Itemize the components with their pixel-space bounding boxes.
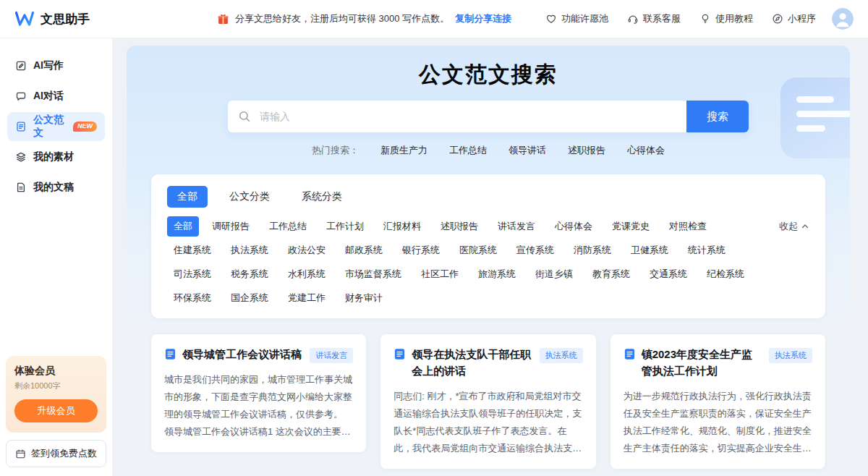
filter-tag[interactable]: 卫健系统	[624, 240, 675, 260]
result-card[interactable]: 镇2023年度安全生产监管执法工作计划 执法系统 为进一步规范行政执法行为，强化…	[610, 334, 825, 469]
drafts-icon	[15, 182, 27, 193]
filter-tag[interactable]: 银行系统	[396, 240, 446, 260]
filter-tag[interactable]: 社区工作	[414, 264, 465, 284]
upgrade-member-button[interactable]: 升级会员	[14, 399, 98, 422]
document-icon	[624, 348, 636, 360]
heart-icon	[545, 13, 557, 25]
membership-remaining: 剩余10000字	[14, 381, 98, 391]
sidebar-item[interactable]: AI对话	[7, 82, 105, 111]
result-excerpt: 为进一步规范行政执法行为，强化行政执法责任及安全生产监察职责的落实，保证安全生产…	[624, 388, 812, 457]
search-button[interactable]: 搜索	[686, 101, 749, 132]
filter-tag[interactable]: 旅游系统	[472, 264, 522, 284]
filter-tag[interactable]: 住建系统	[167, 240, 218, 260]
membership-level: 体验会员	[14, 365, 98, 378]
header-nav-label: 功能许愿池	[561, 12, 608, 25]
filter-tag[interactable]: 心得体会	[548, 216, 599, 237]
header-nav-item[interactable]: 小程序	[772, 12, 816, 25]
filter-tag[interactable]: 市场监督系统	[339, 264, 408, 284]
result-card-head: 领导在执法支队干部任职会上的讲话 执法系统	[393, 346, 582, 380]
material-icon	[15, 151, 27, 163]
header-nav-item[interactable]: 功能许愿池	[545, 12, 608, 25]
filter-tag[interactable]: 邮政系统	[339, 240, 389, 260]
sidebar-item[interactable]: AI写作	[7, 51, 105, 80]
filter-tag[interactable]: 统计系统	[681, 240, 732, 260]
filter-tag[interactable]: 全部	[167, 216, 199, 237]
result-card[interactable]: 领导城管工作会议讲话稿 讲话发言 城市是我们共同的家园，城市管理工作事关城市的形…	[151, 334, 366, 452]
collapse-control[interactable]: 收起	[779, 220, 809, 233]
sidebar: AI写作 AI对话 公文范文 NEW 我的素材	[0, 38, 112, 476]
sidebar-menu: AI写作 AI对话 公文范文 NEW 我的素材	[0, 50, 112, 203]
sidebar-item[interactable]: 公文范文 NEW	[7, 112, 105, 141]
header-nav-item[interactable]: 使用教程	[699, 12, 753, 25]
result-title[interactable]: 领导在执法支队干部任职会上的讲话	[412, 346, 533, 380]
hot-search-item[interactable]: 领导讲话	[509, 144, 546, 157]
filter-tag[interactable]: 宣传系统	[510, 240, 561, 260]
sidebar-item-label: 公文范文	[33, 114, 65, 140]
search-hero: 公文范文搜索 搜索 热门搜索： 新质生产力	[127, 46, 850, 157]
app-logo[interactable]: 文思助手	[14, 10, 116, 27]
checkin-label: 签到领免费点数	[31, 447, 97, 460]
filter-tag[interactable]: 工作总结	[263, 216, 313, 237]
chat-icon	[15, 90, 27, 102]
copy-share-link[interactable]: 复制分享连接	[455, 12, 511, 25]
hot-search-item[interactable]: 述职报告	[568, 144, 605, 157]
result-card-head: 镇2023年度安全生产监管执法工作计划 执法系统	[624, 346, 812, 380]
header-nav-item[interactable]: 联系客服	[627, 12, 681, 25]
filter-tag[interactable]: 街道乡镇	[529, 264, 579, 284]
filter-tag[interactable]: 水利系统	[281, 264, 332, 284]
sidebar-item-label: AI对话	[33, 90, 64, 103]
share-promo: 分享文思给好友，注册后均可获得 3000 写作点数。 复制分享连接	[217, 12, 511, 25]
logo-w-icon	[14, 10, 35, 27]
result-category-badge: 执法系统	[540, 348, 583, 363]
filter-tab[interactable]: 系统分类	[292, 186, 352, 208]
filter-tag[interactable]: 政法公安	[281, 240, 332, 260]
checkin-button[interactable]: 签到领免费点数	[6, 440, 106, 467]
new-badge: NEW	[73, 122, 97, 132]
filter-tag[interactable]: 财务审计	[339, 288, 389, 308]
filter-tag[interactable]: 执法系统	[224, 240, 275, 260]
filter-tag[interactable]: 交通系统	[643, 264, 694, 284]
filter-tag[interactable]: 医院系统	[453, 240, 503, 260]
hot-search-row: 热门搜索： 新质生产力 工作总结 领导讲话 述职报告 心得体会	[127, 144, 850, 157]
filter-tag[interactable]: 汇报材料	[377, 216, 427, 237]
header-nav: 功能许愿池 联系客服 使用教程 小程序	[545, 12, 816, 25]
write-icon	[15, 60, 27, 72]
hot-search-list: 新质生产力 工作总结 领导讲话 述职报告 心得体会	[380, 144, 665, 157]
results-grid: 领导城管工作会议讲话稿 讲话发言 城市是我们共同的家园，城市管理工作事关城市的形…	[151, 334, 825, 476]
result-card[interactable]: 领导在执法支队干部任职会上的讲话 执法系统 同志们: 刚才，*宣布了市政府和局党…	[380, 334, 595, 469]
miniprogram-icon	[772, 13, 783, 25]
filter-tag[interactable]: 税务系统	[224, 264, 275, 284]
header-nav-label: 小程序	[788, 12, 816, 25]
sidebar-item[interactable]: 我的素材	[7, 143, 105, 171]
filter-tag[interactable]: 环保系统	[167, 288, 218, 308]
hot-search-item[interactable]: 工作总结	[449, 144, 487, 157]
chevron-up-icon	[801, 222, 809, 231]
filter-tag[interactable]: 消防系统	[567, 240, 618, 260]
filter-tag[interactable]: 讲话发言	[491, 216, 542, 237]
hot-search-item[interactable]: 心得体会	[627, 144, 665, 157]
user-avatar[interactable]	[832, 8, 854, 30]
sidebar-item[interactable]: 我的文稿	[7, 173, 105, 202]
filter-tag[interactable]: 纪检系统	[700, 264, 751, 284]
filter-tag[interactable]: 述职报告	[434, 216, 485, 237]
hot-search-item[interactable]: 新质生产力	[380, 144, 427, 157]
filter-tag[interactable]: 对照检查	[663, 216, 713, 237]
filter-tab[interactable]: 公文分类	[219, 186, 280, 208]
result-title[interactable]: 领导城管工作会议讲话稿	[182, 346, 304, 362]
filter-tag[interactable]: 司法系统	[167, 264, 218, 284]
filter-tag[interactable]: 党课党史	[605, 216, 656, 237]
search-input[interactable]	[228, 101, 749, 132]
app-title: 文思助手	[41, 11, 90, 27]
filter-tag[interactable]: 教育系统	[586, 264, 637, 284]
filter-tag[interactable]: 调研报告	[205, 216, 256, 237]
filter-tab[interactable]: 全部	[167, 186, 208, 208]
main-content: 公文范文搜索 搜索 热门搜索： 新质生产力	[112, 38, 868, 476]
filter-tag[interactable]: 国企系统	[224, 288, 275, 308]
filter-tag[interactable]: 工作计划	[320, 216, 370, 237]
result-title[interactable]: 镇2023年度安全生产监管执法工作计划	[642, 346, 763, 380]
filter-tag[interactable]: 党建工作	[281, 288, 332, 308]
sidebar-item-label: 我的文稿	[33, 181, 74, 194]
page-title: 公文范文搜索	[127, 61, 850, 88]
calendar-icon	[15, 449, 26, 459]
document-icon	[164, 348, 176, 360]
